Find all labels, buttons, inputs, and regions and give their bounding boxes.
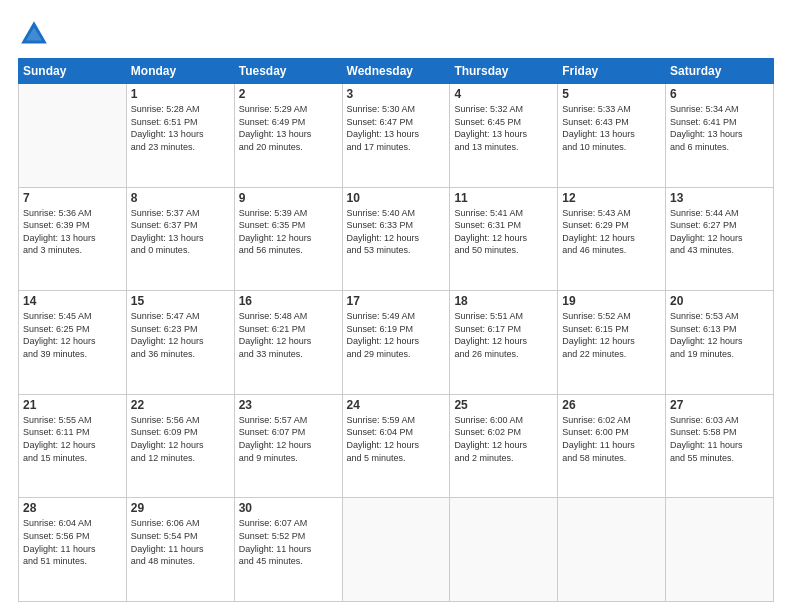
header xyxy=(18,18,774,50)
day-number: 2 xyxy=(239,87,338,101)
day-number: 3 xyxy=(347,87,446,101)
day-info: Sunrise: 5:49 AM Sunset: 6:19 PM Dayligh… xyxy=(347,310,446,360)
day-info: Sunrise: 6:04 AM Sunset: 5:56 PM Dayligh… xyxy=(23,517,122,567)
day-info: Sunrise: 5:37 AM Sunset: 6:37 PM Dayligh… xyxy=(131,207,230,257)
weekday-header: Saturday xyxy=(666,59,774,84)
calendar-cell: 8Sunrise: 5:37 AM Sunset: 6:37 PM Daylig… xyxy=(126,187,234,291)
day-number: 9 xyxy=(239,191,338,205)
calendar-cell: 11Sunrise: 5:41 AM Sunset: 6:31 PM Dayli… xyxy=(450,187,558,291)
day-number: 24 xyxy=(347,398,446,412)
day-info: Sunrise: 5:53 AM Sunset: 6:13 PM Dayligh… xyxy=(670,310,769,360)
day-number: 26 xyxy=(562,398,661,412)
calendar-cell: 14Sunrise: 5:45 AM Sunset: 6:25 PM Dayli… xyxy=(19,291,127,395)
day-number: 27 xyxy=(670,398,769,412)
day-number: 7 xyxy=(23,191,122,205)
calendar-cell: 21Sunrise: 5:55 AM Sunset: 6:11 PM Dayli… xyxy=(19,394,127,498)
calendar-cell: 24Sunrise: 5:59 AM Sunset: 6:04 PM Dayli… xyxy=(342,394,450,498)
day-number: 5 xyxy=(562,87,661,101)
day-info: Sunrise: 6:07 AM Sunset: 5:52 PM Dayligh… xyxy=(239,517,338,567)
day-info: Sunrise: 5:44 AM Sunset: 6:27 PM Dayligh… xyxy=(670,207,769,257)
day-number: 13 xyxy=(670,191,769,205)
weekday-header: Tuesday xyxy=(234,59,342,84)
page: SundayMondayTuesdayWednesdayThursdayFrid… xyxy=(0,0,792,612)
day-number: 6 xyxy=(670,87,769,101)
day-number: 19 xyxy=(562,294,661,308)
calendar-cell xyxy=(666,498,774,602)
calendar-week-row: 21Sunrise: 5:55 AM Sunset: 6:11 PM Dayli… xyxy=(19,394,774,498)
day-number: 29 xyxy=(131,501,230,515)
calendar-cell: 27Sunrise: 6:03 AM Sunset: 5:58 PM Dayli… xyxy=(666,394,774,498)
calendar-cell: 18Sunrise: 5:51 AM Sunset: 6:17 PM Dayli… xyxy=(450,291,558,395)
day-number: 18 xyxy=(454,294,553,308)
calendar-cell: 20Sunrise: 5:53 AM Sunset: 6:13 PM Dayli… xyxy=(666,291,774,395)
day-info: Sunrise: 5:29 AM Sunset: 6:49 PM Dayligh… xyxy=(239,103,338,153)
weekday-header: Sunday xyxy=(19,59,127,84)
weekday-header: Monday xyxy=(126,59,234,84)
calendar-cell: 10Sunrise: 5:40 AM Sunset: 6:33 PM Dayli… xyxy=(342,187,450,291)
calendar-cell: 29Sunrise: 6:06 AM Sunset: 5:54 PM Dayli… xyxy=(126,498,234,602)
day-number: 11 xyxy=(454,191,553,205)
calendar-cell xyxy=(450,498,558,602)
calendar-cell: 30Sunrise: 6:07 AM Sunset: 5:52 PM Dayli… xyxy=(234,498,342,602)
calendar-cell: 16Sunrise: 5:48 AM Sunset: 6:21 PM Dayli… xyxy=(234,291,342,395)
calendar-week-row: 28Sunrise: 6:04 AM Sunset: 5:56 PM Dayli… xyxy=(19,498,774,602)
weekday-header: Thursday xyxy=(450,59,558,84)
day-number: 17 xyxy=(347,294,446,308)
day-info: Sunrise: 5:41 AM Sunset: 6:31 PM Dayligh… xyxy=(454,207,553,257)
calendar-cell: 15Sunrise: 5:47 AM Sunset: 6:23 PM Dayli… xyxy=(126,291,234,395)
day-info: Sunrise: 6:02 AM Sunset: 6:00 PM Dayligh… xyxy=(562,414,661,464)
calendar-cell: 12Sunrise: 5:43 AM Sunset: 6:29 PM Dayli… xyxy=(558,187,666,291)
calendar-table: SundayMondayTuesdayWednesdayThursdayFrid… xyxy=(18,58,774,602)
logo xyxy=(18,18,54,50)
day-number: 16 xyxy=(239,294,338,308)
weekday-header-row: SundayMondayTuesdayWednesdayThursdayFrid… xyxy=(19,59,774,84)
day-info: Sunrise: 5:28 AM Sunset: 6:51 PM Dayligh… xyxy=(131,103,230,153)
day-info: Sunrise: 5:45 AM Sunset: 6:25 PM Dayligh… xyxy=(23,310,122,360)
day-info: Sunrise: 5:48 AM Sunset: 6:21 PM Dayligh… xyxy=(239,310,338,360)
day-number: 28 xyxy=(23,501,122,515)
calendar-cell: 17Sunrise: 5:49 AM Sunset: 6:19 PM Dayli… xyxy=(342,291,450,395)
day-info: Sunrise: 5:55 AM Sunset: 6:11 PM Dayligh… xyxy=(23,414,122,464)
calendar-cell xyxy=(19,84,127,188)
day-info: Sunrise: 5:59 AM Sunset: 6:04 PM Dayligh… xyxy=(347,414,446,464)
day-number: 15 xyxy=(131,294,230,308)
weekday-header: Friday xyxy=(558,59,666,84)
day-number: 8 xyxy=(131,191,230,205)
day-info: Sunrise: 5:56 AM Sunset: 6:09 PM Dayligh… xyxy=(131,414,230,464)
calendar-week-row: 7Sunrise: 5:36 AM Sunset: 6:39 PM Daylig… xyxy=(19,187,774,291)
day-info: Sunrise: 5:32 AM Sunset: 6:45 PM Dayligh… xyxy=(454,103,553,153)
calendar-week-row: 1Sunrise: 5:28 AM Sunset: 6:51 PM Daylig… xyxy=(19,84,774,188)
calendar-cell: 1Sunrise: 5:28 AM Sunset: 6:51 PM Daylig… xyxy=(126,84,234,188)
calendar-cell: 28Sunrise: 6:04 AM Sunset: 5:56 PM Dayli… xyxy=(19,498,127,602)
day-info: Sunrise: 5:30 AM Sunset: 6:47 PM Dayligh… xyxy=(347,103,446,153)
day-info: Sunrise: 5:57 AM Sunset: 6:07 PM Dayligh… xyxy=(239,414,338,464)
calendar-cell: 25Sunrise: 6:00 AM Sunset: 6:02 PM Dayli… xyxy=(450,394,558,498)
calendar-cell: 5Sunrise: 5:33 AM Sunset: 6:43 PM Daylig… xyxy=(558,84,666,188)
calendar-cell: 19Sunrise: 5:52 AM Sunset: 6:15 PM Dayli… xyxy=(558,291,666,395)
calendar-cell: 22Sunrise: 5:56 AM Sunset: 6:09 PM Dayli… xyxy=(126,394,234,498)
day-info: Sunrise: 5:47 AM Sunset: 6:23 PM Dayligh… xyxy=(131,310,230,360)
calendar-cell: 9Sunrise: 5:39 AM Sunset: 6:35 PM Daylig… xyxy=(234,187,342,291)
calendar-cell: 6Sunrise: 5:34 AM Sunset: 6:41 PM Daylig… xyxy=(666,84,774,188)
day-info: Sunrise: 5:33 AM Sunset: 6:43 PM Dayligh… xyxy=(562,103,661,153)
day-number: 12 xyxy=(562,191,661,205)
calendar-cell xyxy=(558,498,666,602)
calendar-cell: 7Sunrise: 5:36 AM Sunset: 6:39 PM Daylig… xyxy=(19,187,127,291)
calendar-cell: 26Sunrise: 6:02 AM Sunset: 6:00 PM Dayli… xyxy=(558,394,666,498)
calendar-cell: 23Sunrise: 5:57 AM Sunset: 6:07 PM Dayli… xyxy=(234,394,342,498)
day-number: 25 xyxy=(454,398,553,412)
day-number: 4 xyxy=(454,87,553,101)
calendar-cell: 3Sunrise: 5:30 AM Sunset: 6:47 PM Daylig… xyxy=(342,84,450,188)
calendar-cell xyxy=(342,498,450,602)
logo-icon xyxy=(18,18,50,50)
day-number: 30 xyxy=(239,501,338,515)
day-number: 22 xyxy=(131,398,230,412)
calendar-week-row: 14Sunrise: 5:45 AM Sunset: 6:25 PM Dayli… xyxy=(19,291,774,395)
day-number: 14 xyxy=(23,294,122,308)
calendar-cell: 4Sunrise: 5:32 AM Sunset: 6:45 PM Daylig… xyxy=(450,84,558,188)
day-info: Sunrise: 5:52 AM Sunset: 6:15 PM Dayligh… xyxy=(562,310,661,360)
day-info: Sunrise: 5:43 AM Sunset: 6:29 PM Dayligh… xyxy=(562,207,661,257)
day-number: 1 xyxy=(131,87,230,101)
calendar-cell: 13Sunrise: 5:44 AM Sunset: 6:27 PM Dayli… xyxy=(666,187,774,291)
day-info: Sunrise: 5:39 AM Sunset: 6:35 PM Dayligh… xyxy=(239,207,338,257)
